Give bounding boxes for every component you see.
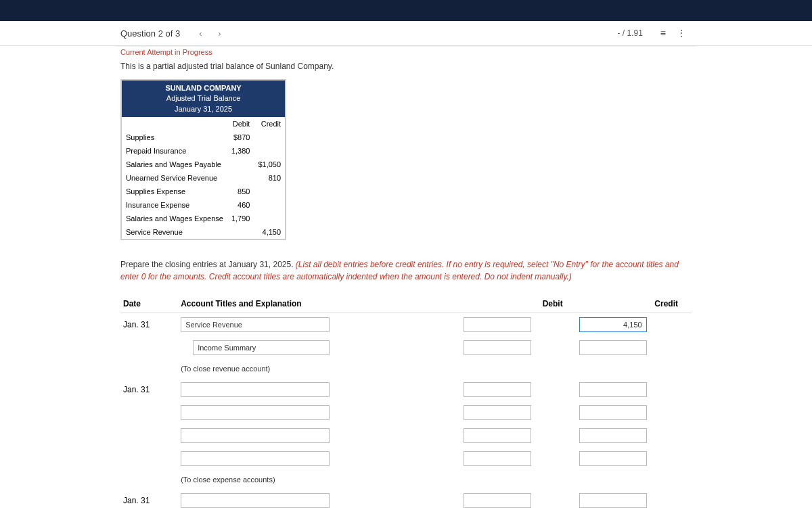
credit-input[interactable] <box>579 451 647 466</box>
tb-row: Unearned Service Revenue810 <box>121 171 286 185</box>
attempt-status: Current Attempt in Progress <box>120 47 692 62</box>
tb-row: Salaries and Wages Payable$1,050 <box>121 158 286 171</box>
credit-input[interactable] <box>579 493 647 508</box>
debit-input[interactable] <box>464 451 531 466</box>
credit-input[interactable] <box>579 317 647 332</box>
tb-col-debit: Debit <box>227 117 254 131</box>
entry-note: (To close revenue account) <box>178 359 692 378</box>
col-date: Date <box>120 295 178 313</box>
tb-company: SUNLAND COMPANY <box>126 83 281 93</box>
list-icon[interactable]: ≡ <box>655 28 671 39</box>
debit-input[interactable] <box>464 340 531 355</box>
question-number: Question 2 of 3 <box>120 28 180 39</box>
credit-input[interactable] <box>579 428 647 443</box>
intro-text: This is a partial adjusted trial balance… <box>120 62 692 71</box>
instructions: Prepare the closing entries at January 3… <box>120 259 692 283</box>
debit-input[interactable] <box>464 428 531 443</box>
tb-row: Service Revenue4,150 <box>121 225 286 239</box>
tb-row: Supplies Expense850 <box>121 185 286 198</box>
account-input[interactable] <box>181 405 330 420</box>
entry-date: Jan. 31 <box>120 378 178 401</box>
account-input[interactable] <box>181 382 330 397</box>
tb-col-credit: Credit <box>254 117 286 131</box>
account-input[interactable] <box>193 340 330 355</box>
tb-title: Adjusted Trial Balance <box>126 93 281 103</box>
prev-question-button[interactable]: ‹ <box>192 28 208 39</box>
tb-row: Salaries and Wages Expense1,790 <box>121 212 286 225</box>
credit-input[interactable] <box>579 382 647 397</box>
credit-input[interactable] <box>579 340 647 355</box>
col-account: Account Titles and Explanation <box>178 295 461 313</box>
credit-input[interactable] <box>579 405 647 420</box>
tb-row: Prepaid Insurance1,380 <box>121 144 286 158</box>
entry-date: Jan. 31 <box>120 489 178 508</box>
account-input[interactable] <box>181 451 330 466</box>
account-input[interactable] <box>181 428 330 443</box>
tb-row: Supplies$870 <box>121 131 286 144</box>
col-credit: Credit <box>577 295 692 313</box>
account-input[interactable] <box>181 317 330 332</box>
debit-input[interactable] <box>464 405 531 420</box>
more-icon[interactable]: ⋮ <box>671 28 692 39</box>
entry-note: (To close expense accounts) <box>178 470 692 489</box>
account-input[interactable] <box>181 493 330 508</box>
question-content: Current Attempt in Progress This is a pa… <box>115 46 697 508</box>
instructions-text: Prepare the closing entries at January 3… <box>120 260 296 269</box>
next-question-button[interactable]: › <box>211 28 227 39</box>
tb-date: January 31, 2025 <box>126 104 281 114</box>
score-display: - / 1.91 <box>617 28 642 38</box>
trial-balance-table: SUNLAND COMPANY Adjusted Trial Balance J… <box>120 79 286 240</box>
entry-date: Jan. 31 <box>120 313 178 336</box>
question-header: Question 2 of 3 ‹ › - / 1.91 ≡ ⋮ <box>0 21 812 46</box>
top-app-bar <box>0 0 812 21</box>
closing-entries-table: Date Account Titles and Explanation Debi… <box>120 295 692 508</box>
debit-input[interactable] <box>464 317 531 332</box>
debit-input[interactable] <box>464 493 531 508</box>
col-debit: Debit <box>461 295 576 313</box>
debit-input[interactable] <box>464 382 531 397</box>
tb-row: Insurance Expense460 <box>121 198 286 212</box>
